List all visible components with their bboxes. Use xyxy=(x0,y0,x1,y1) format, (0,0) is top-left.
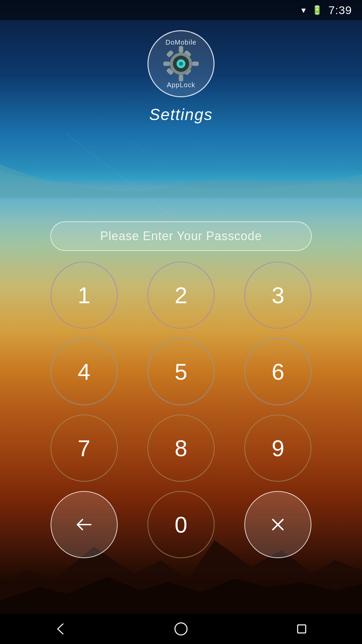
key-backspace[interactable] xyxy=(51,491,118,558)
nav-recent-button[interactable] xyxy=(288,615,315,642)
battery-icon: 🔋 xyxy=(312,5,322,15)
nav-back-button[interactable] xyxy=(47,615,74,642)
status-bar: ▾ 🔋 7:39 xyxy=(0,0,362,20)
nav-bar xyxy=(0,614,362,644)
key-9[interactable]: 9 xyxy=(244,415,311,482)
key-2[interactable]: 2 xyxy=(147,262,215,329)
key-0[interactable]: 0 xyxy=(147,491,215,558)
app-icon-wrapper: DoMobile AppLock Settings xyxy=(147,30,215,124)
svg-rect-6 xyxy=(179,75,183,82)
nav-home-button[interactable] xyxy=(168,615,194,642)
app-top-label: DoMobile xyxy=(166,39,196,46)
key-8[interactable]: 8 xyxy=(147,415,215,482)
app-icon-circle: DoMobile AppLock xyxy=(147,30,215,97)
key-4[interactable]: 4 xyxy=(51,338,118,405)
svg-point-17 xyxy=(180,63,182,65)
key-1[interactable]: 1 xyxy=(51,262,118,329)
keypad: 1 2 3 4 5 6 7 8 9 0 xyxy=(40,262,322,558)
svg-point-21 xyxy=(175,623,187,635)
svg-rect-5 xyxy=(179,46,183,53)
wave-divider xyxy=(0,164,362,198)
gear-icon xyxy=(163,45,199,82)
svg-rect-7 xyxy=(163,61,170,66)
passcode-input-display: Please Enter Your Passcode xyxy=(50,221,312,251)
key-3[interactable]: 3 xyxy=(244,262,311,329)
svg-rect-8 xyxy=(192,61,199,66)
app-bottom-label: AppLock xyxy=(167,81,195,89)
passcode-placeholder: Please Enter Your Passcode xyxy=(100,229,262,243)
key-5[interactable]: 5 xyxy=(147,338,215,405)
key-6[interactable]: 6 xyxy=(244,338,311,405)
wifi-icon: ▾ xyxy=(301,5,306,15)
status-time: 7:39 xyxy=(328,4,352,17)
key-clear[interactable] xyxy=(244,491,311,558)
app-title: Settings xyxy=(149,105,213,124)
svg-rect-22 xyxy=(298,625,306,633)
key-7[interactable]: 7 xyxy=(51,415,118,482)
